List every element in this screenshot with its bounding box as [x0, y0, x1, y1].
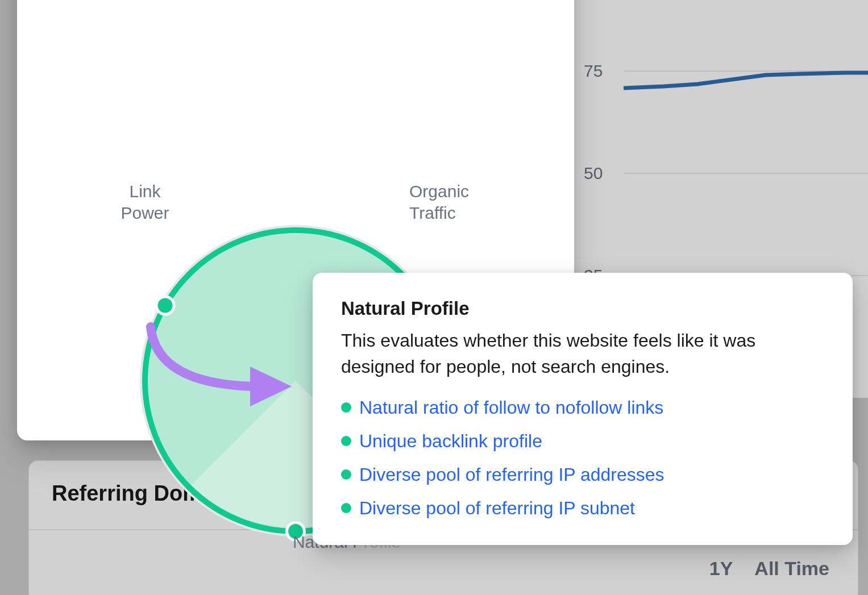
y-tick-50: 50 [584, 164, 603, 183]
tooltip-link[interactable]: Diverse pool of referring IP subnet [359, 498, 635, 519]
tooltip-criteria-list: Natural ratio of follow to nofollow link… [341, 397, 824, 519]
bullet-dot-icon [341, 503, 351, 513]
radar-point-link-power[interactable] [158, 298, 173, 313]
tooltip-link[interactable]: Natural ratio of follow to nofollow link… [359, 397, 663, 418]
bullet-dot-icon [341, 436, 351, 446]
tooltip-link[interactable]: Unique backlink profile [359, 431, 542, 452]
bullet-dot-icon [341, 402, 351, 413]
tooltip-list-item: Unique backlink profile [341, 431, 824, 452]
tooltip-list-item: Diverse pool of referring IP subnet [341, 498, 824, 519]
tooltip-list-item: Natural ratio of follow to nofollow link… [341, 397, 824, 418]
tooltip-title: Natural Profile [341, 298, 824, 319]
natural-profile-tooltip: Natural Profile This evaluates whether t… [313, 273, 853, 545]
line-series [624, 73, 868, 88]
time-range-all-time[interactable]: All Time [754, 557, 829, 580]
tooltip-list-item: Diverse pool of referring IP addresses [341, 464, 824, 485]
time-range-tabs[interactable]: 1Y All Time [709, 557, 829, 580]
bullet-dot-icon [341, 469, 351, 480]
axis-label-organic-traffic: Organic TrafficOrganicTraffic [409, 181, 506, 223]
y-tick-75: 75 [584, 61, 603, 81]
tooltip-description: This evaluates whether this website feel… [341, 327, 824, 380]
time-range-1y[interactable]: 1Y [709, 557, 733, 580]
tooltip-link[interactable]: Diverse pool of referring IP addresses [359, 464, 665, 485]
axis-label-link-power: Link PowerLinkPower [108, 181, 182, 223]
